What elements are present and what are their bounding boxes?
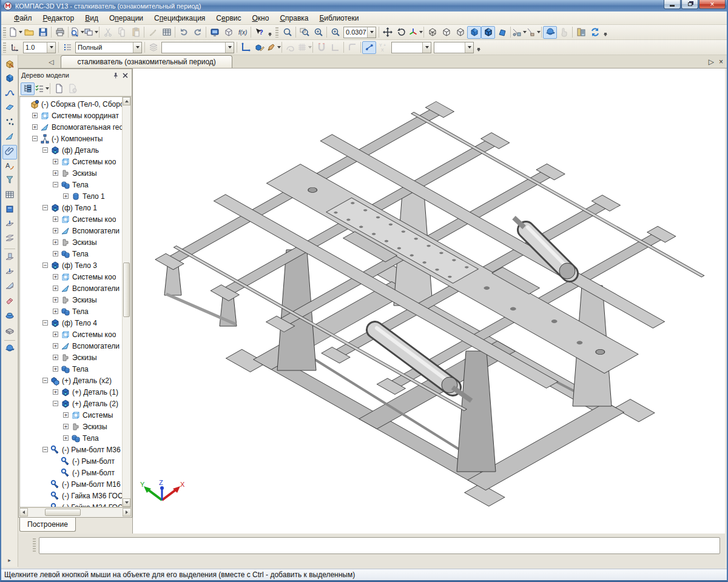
round-boss-button[interactable] xyxy=(2,309,17,324)
minimize-button[interactable] xyxy=(664,0,681,9)
tree-item[interactable]: −(ф) Тело 3 xyxy=(20,259,122,271)
expander-toggle[interactable]: + xyxy=(53,251,58,256)
scroll-track[interactable] xyxy=(28,508,123,517)
tab-close-button[interactable]: × xyxy=(718,58,727,68)
tree-item[interactable]: +Системы коо xyxy=(20,213,122,225)
chevron-down-icon[interactable] xyxy=(465,42,473,53)
filter-button[interactable] xyxy=(2,174,17,189)
detail-level-button[interactable] xyxy=(60,41,74,54)
tree-item[interactable]: +Тело 1 xyxy=(20,190,122,202)
expander-toggle[interactable]: + xyxy=(63,435,69,441)
zoom-scale-combo[interactable]: 0.0307 xyxy=(343,27,376,38)
tree-item[interactable]: +Вспомогательная гео xyxy=(20,121,122,133)
surface-button[interactable] xyxy=(2,101,17,116)
expander-toggle[interactable]: − xyxy=(42,147,48,153)
toolbar-grip[interactable] xyxy=(3,27,6,38)
print-preview-button[interactable] xyxy=(70,26,84,39)
expander-toggle[interactable]: − xyxy=(42,263,48,268)
edit-component-button[interactable] xyxy=(252,41,266,54)
wireframe-button[interactable] xyxy=(425,26,439,39)
expander-toggle[interactable]: + xyxy=(53,389,58,395)
tree-item[interactable]: +Эскизы xyxy=(20,167,122,179)
snap-filter-button[interactable] xyxy=(526,26,540,39)
tree-item[interactable]: +(+) Деталь (1) xyxy=(20,386,122,398)
message-bar-grip[interactable] xyxy=(33,538,36,553)
expander-toggle[interactable]: + xyxy=(53,297,58,303)
tree-item[interactable]: −(+) Деталь (2) xyxy=(20,398,122,409)
chevron-down-icon[interactable] xyxy=(47,42,55,53)
panel-expand-handle[interactable]: ▸ xyxy=(8,557,11,563)
tree-item[interactable]: +Вспомогатели xyxy=(20,283,122,294)
expander-toggle[interactable]: + xyxy=(63,424,69,429)
toolbar-grip[interactable] xyxy=(275,27,278,38)
perspective-button[interactable] xyxy=(495,26,509,39)
coord-x-combo[interactable] xyxy=(434,42,474,53)
redo-button[interactable] xyxy=(190,26,204,39)
tree-item[interactable]: +Системы коо xyxy=(20,156,122,167)
chevron-down-icon[interactable] xyxy=(308,46,312,48)
open-document-button[interactable] xyxy=(22,26,36,39)
chevron-down-icon[interactable] xyxy=(95,31,98,33)
rotate-view-button[interactable] xyxy=(394,26,408,39)
expander-toggle[interactable]: + xyxy=(53,366,58,372)
restore-button[interactable] xyxy=(681,0,698,9)
expander-toggle[interactable]: − xyxy=(53,182,58,187)
insert-view-button[interactable] xyxy=(84,26,98,39)
print-button[interactable] xyxy=(53,26,67,39)
menu-item[interactable]: Вид xyxy=(79,13,104,24)
undo-button[interactable] xyxy=(177,26,190,39)
title-bar[interactable]: КОМПАС-3D V13 - сталкиватель (ознакомите… xyxy=(1,0,727,12)
line-style-button[interactable] xyxy=(266,41,280,54)
scroll-right-button[interactable] xyxy=(123,508,131,517)
scroll-left-button[interactable] xyxy=(19,508,28,517)
perpendicular-plane-button[interactable] xyxy=(2,251,17,266)
relations-button[interactable] xyxy=(52,82,66,95)
toolbar-overflow-button[interactable] xyxy=(475,41,482,53)
measure-button[interactable]: A xyxy=(2,159,17,174)
change-step-button[interactable] xyxy=(8,41,22,54)
expander-toggle[interactable]: + xyxy=(53,309,58,314)
expander-toggle[interactable]: + xyxy=(53,274,58,279)
tree-item[interactable]: +Тела xyxy=(20,306,122,317)
orbit-rotate-button[interactable] xyxy=(543,26,557,39)
chevron-down-icon[interactable] xyxy=(46,87,49,90)
expander-toggle[interactable]: + xyxy=(53,332,58,337)
expander-toggle[interactable]: − xyxy=(42,447,48,452)
tree-item[interactable]: +Эскизы xyxy=(20,352,122,363)
offset-plane-button[interactable] xyxy=(2,232,17,247)
tree-composition-button[interactable] xyxy=(35,82,49,95)
zoom-by-area-button[interactable] xyxy=(280,26,294,39)
expander-toggle[interactable]: − xyxy=(42,320,48,326)
tree-item[interactable]: +Тела xyxy=(20,248,122,259)
tab-construction[interactable]: Построение xyxy=(19,518,76,532)
tree-item[interactable]: +Системы xyxy=(20,409,122,421)
tree-item[interactable]: +Системы коо xyxy=(20,329,122,340)
tree-structure-button[interactable] xyxy=(21,82,35,95)
pan-button[interactable] xyxy=(380,26,394,39)
delete-face-button[interactable] xyxy=(2,295,17,309)
tree-item[interactable]: (-) Рым-болт xyxy=(20,455,122,467)
tree-item[interactable]: (-) Гайка М24 ГОС xyxy=(20,501,122,507)
chevron-down-icon[interactable] xyxy=(537,31,541,33)
step-value-combo[interactable]: 1.0 xyxy=(23,42,56,53)
angled-plane-button[interactable] xyxy=(2,280,17,295)
expander-toggle[interactable]: − xyxy=(53,401,58,406)
tree-item[interactable]: +Эскизы xyxy=(20,294,122,306)
tree-item[interactable]: (-) Гайка М36 ГОС xyxy=(20,490,122,501)
add-part-button[interactable] xyxy=(2,72,17,87)
specification-tools-button[interactable] xyxy=(2,189,17,203)
tree-item[interactable]: −Тела xyxy=(20,179,122,190)
variables-button[interactable] xyxy=(207,26,221,39)
close-button[interactable]: × xyxy=(699,0,726,9)
points-button[interactable] xyxy=(2,116,17,130)
scroll-up-button[interactable] xyxy=(123,97,130,105)
menu-item[interactable]: Сервис xyxy=(211,13,246,24)
toolbar-overflow-button[interactable] xyxy=(266,26,274,38)
chevron-down-icon[interactable] xyxy=(225,42,234,53)
expander-toggle[interactable]: + xyxy=(53,343,58,349)
toolbar-overflow-button[interactable] xyxy=(602,26,609,38)
tree-item[interactable]: +Вспомогатели xyxy=(20,340,122,352)
shaded-with-edges-button[interactable] xyxy=(481,26,495,39)
menu-item[interactable]: Редактор xyxy=(38,13,80,24)
tree-item[interactable]: +Тела xyxy=(20,363,122,375)
